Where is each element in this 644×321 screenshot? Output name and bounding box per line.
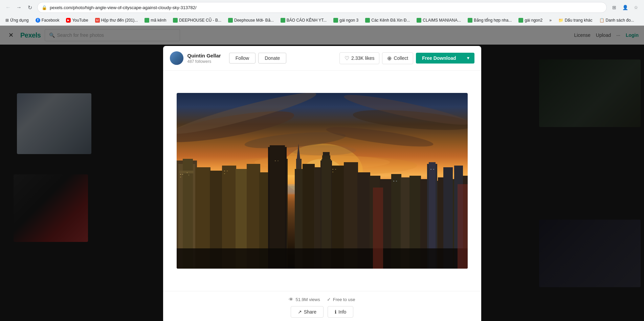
svg-rect-72: [275, 160, 276, 161]
avatar-image: [170, 51, 183, 65]
bookmark-dau-trang-label: Dấu trang khác: [565, 18, 593, 23]
svg-rect-37: [296, 159, 302, 169]
bookmark-ma-kenh-label: mã kênh: [151, 18, 166, 23]
likes-button[interactable]: ♡ 2.33K likes: [339, 52, 379, 64]
bookmark-bao-cao[interactable]: BÁO CÁO KÊNH YT...: [278, 17, 329, 24]
bookmark-deephouse-moi-label: Deephouse Mới- Bả...: [234, 18, 274, 23]
bookmark-apps[interactable]: ⊞ Ứng dụng: [3, 17, 31, 24]
bookmarks-bar: ⊞ Ứng dụng f Facebook ▶ YouTube M Hộp th…: [0, 15, 644, 26]
svg-rect-70: [227, 171, 228, 171]
bookmark-youtube[interactable]: ▶ YouTube: [63, 17, 91, 24]
claims-icon: [417, 18, 421, 23]
heart-icon: ♡: [345, 55, 349, 61]
bookmark-more[interactable]: »: [547, 17, 554, 24]
bao-cao-icon: [281, 18, 285, 23]
follow-button[interactable]: Follow: [229, 53, 256, 64]
deephouse-cu-icon: [173, 18, 178, 23]
svg-rect-76: [332, 172, 333, 172]
author-name: Quintin Gellar: [187, 53, 221, 58]
collect-button[interactable]: ⊕ Collect: [382, 52, 413, 64]
bookmark-deephouse-moi[interactable]: Deephouse Mới- Bả...: [225, 17, 276, 24]
bookmark-youtube-label: YouTube: [72, 18, 88, 23]
info-button[interactable]: ℹ Info: [328, 306, 353, 318]
likes-count: 2.33K likes: [351, 55, 374, 61]
extensions-button[interactable]: ⊞: [609, 3, 619, 12]
gai-ngon-3-icon: [333, 18, 338, 23]
share-label: Share: [304, 309, 316, 315]
svg-rect-65: [182, 174, 183, 175]
star-button[interactable]: ☆: [631, 3, 641, 12]
cac-kenh-icon: [365, 18, 370, 23]
browser-actions: ⊞ 👤 ☆: [609, 3, 641, 12]
bookmark-claims-label: CLAIMS MANIANA...: [423, 18, 461, 23]
svg-rect-82: [373, 188, 383, 269]
bookmark-gai-ngon-2-label: gái ngon2: [525, 18, 542, 23]
donate-button[interactable]: Donate: [258, 53, 286, 64]
bookmark-facebook[interactable]: f Facebook: [33, 17, 62, 24]
svg-rect-75: [335, 169, 336, 170]
url-text: pexels.com/photo/high-angle-view-of-city…: [50, 5, 602, 10]
svg-rect-74: [332, 169, 333, 170]
collect-label: Collect: [394, 55, 408, 61]
bookmark-dau-trang-khac[interactable]: 📁 Dấu trang khác: [556, 17, 595, 24]
deephouse-moi-icon: [228, 18, 233, 23]
bookmark-deephouse-cu[interactable]: DEEPHOUSE CŨ - B...: [170, 17, 224, 24]
browser-topbar: ← → ↻ 🔒 pexels.com/photo/high-angle-view…: [0, 0, 644, 15]
bookmark-ma-kenh[interactable]: mã kênh: [142, 17, 169, 24]
author-followers: 487 followers: [187, 59, 221, 64]
address-bar[interactable]: 🔒 pexels.com/photo/high-angle-view-of-ci…: [37, 2, 607, 13]
author-avatar: [170, 51, 183, 65]
svg-rect-66: [180, 177, 181, 177]
svg-rect-26: [179, 171, 194, 173]
info-icon: ℹ: [335, 309, 336, 315]
share-button[interactable]: ↗ Share: [291, 306, 324, 318]
youtube-icon: ▶: [66, 18, 71, 23]
svg-rect-81: [177, 248, 468, 269]
browser-chrome: ← → ↻ 🔒 pexels.com/photo/high-angle-view…: [0, 0, 644, 26]
profile-button[interactable]: 👤: [620, 3, 630, 12]
svg-rect-71: [224, 173, 225, 174]
bookmark-bao-cao-label: BÁO CÁO KÊNH YT...: [287, 18, 327, 23]
svg-rect-83: [458, 184, 468, 269]
license-text: Free to use: [333, 297, 355, 302]
eye-icon: 👁: [289, 297, 293, 302]
lock-icon: 🔒: [42, 5, 47, 10]
bookmark-cac-kenh-label: Các Kênh Đã Xin Đ...: [371, 18, 410, 23]
bookmark-gai-ngon-2[interactable]: gái ngon2: [516, 17, 545, 24]
gai-ngon-2-icon: [518, 18, 523, 23]
bookmark-apps-label: Ứng dụng: [10, 18, 29, 23]
check-circle-icon: ✓: [327, 297, 331, 302]
free-download-button[interactable]: Free Download: [416, 53, 462, 64]
facebook-icon: f: [36, 18, 40, 23]
download-button-group: Free Download ▼: [416, 53, 474, 64]
modal-header: Quintin Gellar 487 followers Follow Dona…: [163, 46, 481, 71]
bookmark-bang-tong-hop[interactable]: Bảng tổng hợp nha...: [465, 17, 514, 24]
ma-kenh-icon: [145, 18, 149, 23]
photo-modal: Quintin Gellar 487 followers Follow Dona…: [163, 46, 481, 321]
plus-icon: ⊕: [387, 55, 392, 61]
back-button[interactable]: ←: [3, 3, 13, 12]
download-dropdown-button[interactable]: ▼: [462, 53, 474, 63]
bookmark-danh-sach-do[interactable]: 📋 Danh sách đo...: [597, 17, 637, 24]
bookmark-cac-kenh[interactable]: Các Kênh Đã Xin Đ...: [362, 17, 413, 24]
svg-rect-64: [180, 174, 181, 175]
bookmark-gmail[interactable]: M Hộp thư đến (201)...: [92, 17, 141, 24]
reload-button[interactable]: ↻: [25, 3, 35, 12]
bookmark-bang-tong-hop-label: Bảng tổng hợp nha...: [474, 18, 512, 23]
svg-rect-73: [277, 160, 279, 161]
bookmark-claims[interactable]: CLAIMS MANIANA...: [414, 17, 464, 24]
bookmark-gmail-label: Hộp thư đến (201)...: [101, 18, 138, 23]
svg-rect-67: [187, 172, 187, 173]
forward-button[interactable]: →: [14, 3, 24, 12]
bookmark-gai-ngon-3[interactable]: gái ngon 3: [331, 17, 361, 24]
main-area: ✕ Pexels 🔍 Search for free photos Licens…: [0, 26, 644, 321]
photo-stats: 👁 51.9M views ✓ Free to use: [289, 297, 355, 302]
svg-rect-80: [433, 169, 434, 170]
views-count: 51.9M views: [295, 297, 320, 302]
svg-rect-78: [396, 181, 397, 181]
bang-tong-hop-icon: [468, 18, 472, 23]
apps-icon: ⊞: [5, 18, 9, 23]
svg-rect-77: [393, 181, 394, 181]
views-stat: 👁 51.9M views: [289, 297, 320, 302]
gmail-icon: M: [95, 18, 100, 23]
